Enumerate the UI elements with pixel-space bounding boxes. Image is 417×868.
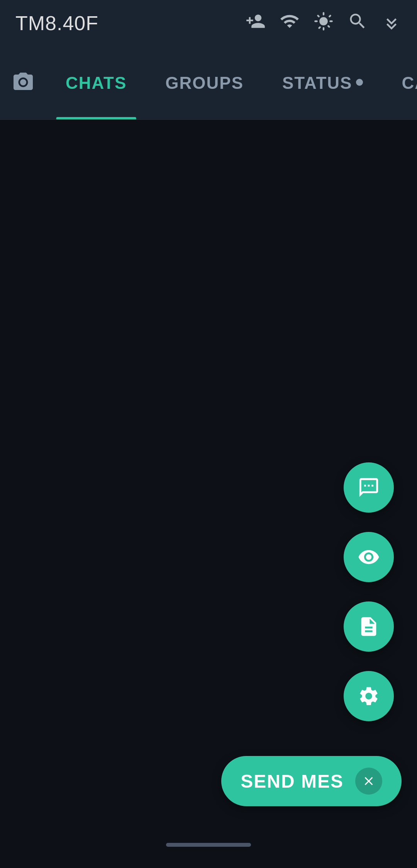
view-fab-button[interactable]: [344, 532, 394, 582]
send-message-wrap: SEND MES: [221, 756, 402, 806]
settings-fab-button[interactable]: [344, 671, 394, 721]
status-bar-left: TM8.40F: [15, 12, 98, 35]
fab-container: [344, 462, 394, 721]
close-send-message-button[interactable]: [355, 768, 382, 795]
document-fab-button[interactable]: [344, 601, 394, 652]
more-options-icon[interactable]: [381, 11, 402, 35]
send-message-button[interactable]: SEND MES: [221, 756, 402, 806]
search-icon[interactable]: [348, 11, 368, 35]
brightness-icon: [314, 11, 334, 35]
camera-icon[interactable]: [12, 71, 35, 95]
status-bar-icons: [246, 11, 402, 35]
tab-chats[interactable]: CHATS: [46, 46, 146, 119]
nav-pill: [166, 843, 251, 847]
tab-status[interactable]: STATUS: [263, 46, 382, 119]
add-person-icon: [246, 11, 266, 35]
status-bar-time: TM8.40F: [15, 12, 98, 35]
message-fab-button[interactable]: [344, 462, 394, 513]
tab-bar: CHATS GROUPS STATUS CALLS: [0, 46, 417, 120]
main-content: SEND MES: [0, 120, 417, 868]
tabs-container: CHATS GROUPS STATUS CALLS: [46, 46, 417, 119]
tab-groups[interactable]: GROUPS: [146, 46, 263, 119]
status-dot: [356, 79, 363, 86]
status-bar: TM8.40F: [0, 0, 417, 46]
nav-bar: [0, 822, 417, 868]
tab-calls[interactable]: CALLS: [382, 46, 417, 119]
send-message-label: SEND MES: [241, 771, 344, 792]
wifi-icon: [280, 11, 300, 35]
